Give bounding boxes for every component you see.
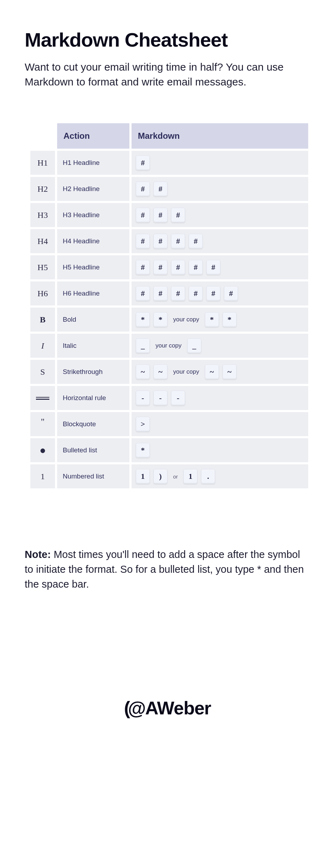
key-sequence: 1)or1.	[136, 469, 304, 484]
header-blank	[30, 123, 55, 149]
table-row: H5H5 Headline#####	[30, 255, 308, 279]
keyboard-key: #	[171, 286, 185, 301]
keyboard-key: -	[136, 391, 150, 405]
row-markdown: ~~your copy~~	[132, 360, 308, 384]
keyboard-key: -	[171, 391, 185, 405]
keyboard-key: #	[136, 208, 150, 222]
row-icon-glyph: H3	[37, 210, 48, 220]
table-row: Horizontal rule---	[30, 386, 308, 410]
keyboard-key: *	[153, 312, 168, 327]
note-label: Note:	[25, 549, 51, 560]
key-sequence: ##	[136, 182, 304, 196]
row-icon-glyph: B	[40, 315, 45, 324]
keyboard-key: >	[136, 417, 150, 432]
table-row: IItalic_your copy_	[30, 334, 308, 358]
keyboard-key: )	[153, 469, 168, 484]
table-row: H4H4 Headline####	[30, 229, 308, 253]
row-action: H6 Headline	[57, 281, 129, 305]
keyboard-key: #	[189, 286, 203, 301]
keyboard-key: *	[223, 312, 237, 327]
key-sequence: #	[136, 155, 304, 170]
table-row: "Blockquote>	[30, 412, 308, 436]
header-markdown: Markdown	[132, 123, 308, 149]
row-action: Numbered list	[57, 464, 129, 488]
keyboard-key: #	[171, 208, 185, 222]
key-sequence: _your copy_	[136, 338, 304, 353]
row-icon-glyph: H2	[37, 184, 48, 194]
key-sequence: >	[136, 417, 304, 432]
intro-text: Want to cut your email writing time in h…	[25, 60, 310, 89]
keyboard-key: #	[136, 155, 150, 170]
row-markdown: *	[132, 438, 308, 462]
cheatsheet-table: Action Markdown H1H1 Headline#H2H2 Headl…	[28, 121, 310, 491]
table-row: 1Numbered list1)or1.	[30, 464, 308, 488]
row-action: H3 Headline	[57, 203, 129, 227]
keyboard-key: #	[136, 286, 150, 301]
row-action: H2 Headline	[57, 177, 129, 201]
row-icon-glyph: H1	[37, 158, 48, 167]
page-title: Markdown Cheatsheet	[25, 28, 310, 51]
keyboard-key: #	[189, 234, 203, 249]
placeholder-text: your copy	[171, 368, 201, 375]
row-icon: 1	[30, 464, 55, 488]
header-action: Action	[57, 123, 129, 149]
table-row: H3H3 Headline###	[30, 203, 308, 227]
logo-wrap: (@AWeber	[25, 697, 310, 719]
row-action: H1 Headline	[57, 151, 129, 175]
keyboard-key: *	[205, 312, 219, 327]
document-page: Markdown Cheatsheet Want to cut your ema…	[0, 0, 335, 740]
row-icon-glyph: ●	[39, 444, 46, 456]
key-sequence: ~~your copy~~	[136, 364, 304, 379]
row-markdown: ###	[132, 203, 308, 227]
row-action: Italic	[57, 334, 129, 358]
row-icon-glyph: H4	[37, 237, 48, 246]
row-icon-glyph: "	[41, 417, 45, 427]
row-icon	[30, 386, 55, 410]
keyboard-key: #	[153, 260, 168, 275]
keyboard-key: #	[206, 260, 220, 275]
row-markdown: #	[132, 151, 308, 175]
row-action: Horizontal rule	[57, 386, 129, 410]
row-icon-glyph: S	[40, 367, 45, 376]
row-icon: H2	[30, 177, 55, 201]
keyboard-key: ~	[153, 364, 168, 379]
row-action: H4 Headline	[57, 229, 129, 253]
keyboard-key: 1	[136, 469, 150, 484]
row-icon: I	[30, 334, 55, 358]
table-row: H1H1 Headline#	[30, 151, 308, 175]
table-row: SStrikethrough~~your copy~~	[30, 360, 308, 384]
table-row: ●Bulleted list*	[30, 438, 308, 462]
key-sequence: #####	[136, 260, 304, 275]
placeholder-text: your copy	[171, 316, 201, 323]
row-icon: S	[30, 360, 55, 384]
cheatsheet-table-wrap: Action Markdown H1H1 Headline#H2H2 Headl…	[28, 121, 310, 491]
row-icon: H1	[30, 151, 55, 175]
keyboard-key: #	[136, 234, 150, 249]
row-markdown: ######	[132, 281, 308, 305]
table-row: H6H6 Headline######	[30, 281, 308, 305]
keyboard-key: #	[153, 182, 168, 196]
keyboard-key: _	[136, 338, 150, 353]
keyboard-key: #	[171, 260, 185, 275]
keyboard-key: #	[153, 208, 168, 222]
logo-mark-icon: (@	[124, 698, 144, 718]
key-sequence: ######	[136, 286, 304, 301]
placeholder-text: your copy	[153, 342, 184, 349]
keyboard-key: #	[153, 234, 168, 249]
keyboard-key: #	[189, 260, 203, 275]
keyboard-key: #	[153, 286, 168, 301]
row-markdown: ##	[132, 177, 308, 201]
row-markdown: #####	[132, 255, 308, 279]
row-markdown: ---	[132, 386, 308, 410]
row-markdown: _your copy_	[132, 334, 308, 358]
row-action: Bulleted list	[57, 438, 129, 462]
row-icon: ●	[30, 438, 55, 462]
keyboard-key: #	[136, 182, 150, 196]
row-icon-glyph: H6	[37, 289, 48, 298]
key-sequence: ####	[136, 234, 304, 249]
keyboard-key: *	[136, 443, 150, 458]
keyboard-key: _	[187, 338, 201, 353]
horizontal-rule-icon	[36, 396, 49, 401]
row-action: H5 Headline	[57, 255, 129, 279]
keyboard-key: ~	[136, 364, 150, 379]
